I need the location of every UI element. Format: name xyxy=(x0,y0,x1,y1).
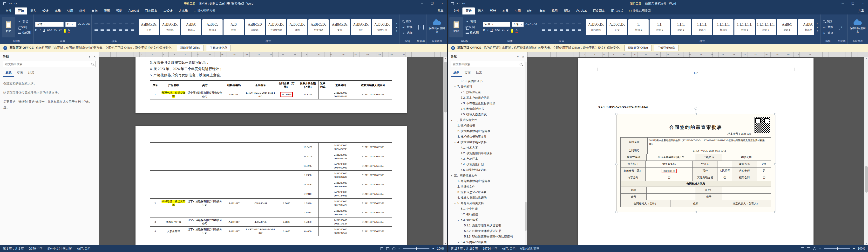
style-chip-无间隔[interactable]: AaBbCcDc无间隔 xyxy=(160,19,180,35)
nav-tab-结果[interactable]: 结果 xyxy=(26,69,37,77)
nav-outline-item[interactable]: 5.4.1. LHSY-WZGS-2024-MM-1042 xyxy=(449,245,527,245)
save-to-baidu-button[interactable]: 保存到百度网盘 xyxy=(849,21,866,33)
share-button[interactable]: 共享 xyxy=(858,9,864,15)
style-chip-标题 5[interactable]: 1.1.1.1.1.标题 5 xyxy=(713,19,734,35)
nav-outline-item[interactable]: 4. 投标人员廉洁承诺函 xyxy=(449,195,527,201)
copy-button[interactable]: 复制 xyxy=(465,25,479,29)
select-button[interactable]: ▻选择 xyxy=(401,31,413,35)
scroll-down-icon[interactable]: ▼ xyxy=(444,242,447,245)
word-count[interactable]: 0/379 个字 xyxy=(29,247,42,251)
vertical-scrollbar[interactable]: ▲ ▼ xyxy=(864,57,868,245)
increase-indent-button[interactable] xyxy=(117,21,123,27)
close-button[interactable]: × xyxy=(437,0,447,7)
increase-indent-button[interactable] xyxy=(565,21,570,27)
font-format-button-u[interactable]: U xyxy=(490,28,493,32)
horizontal-ruler[interactable]: 2468101214161820222426283032343638404244 xyxy=(527,52,868,57)
style-chip-副标题[interactable]: AaBbCcD副标题 xyxy=(245,19,265,35)
print-layout-icon[interactable] xyxy=(807,247,810,250)
resize-handle[interactable] xyxy=(615,163,618,165)
zoom-slider[interactable] xyxy=(403,248,429,249)
style-chip-标题 3[interactable]: 1.1.1.标题 3 xyxy=(671,19,691,35)
style-chip-引用[interactable]: AaBbCcDc引用 xyxy=(351,19,371,35)
selected-contract-image[interactable]: 合同签约的审查审批表 档案序号：2024-026 合同名称2024年衡水金鹏电缆… xyxy=(616,114,775,212)
tell-me-search[interactable]: 操作说明搜索 xyxy=(629,9,651,15)
zoom-slider-thumb[interactable] xyxy=(416,247,417,250)
ribbon-tab-表设计[interactable]: 表设计 xyxy=(160,7,176,15)
font-format-button-fc[interactable]: A xyxy=(68,29,70,33)
replace-button[interactable]: ab替换 xyxy=(401,25,413,29)
paste-button[interactable]: 粘贴 xyxy=(450,17,463,37)
ribbon-tab-表布局[interactable]: 表布局 xyxy=(176,7,191,15)
align-center-button[interactable] xyxy=(99,28,105,33)
scroll-up-icon[interactable]: ▲ xyxy=(444,57,447,60)
restore-button[interactable]: ❐ xyxy=(427,0,437,7)
shading-button[interactable] xyxy=(123,28,129,33)
show-marks-button[interactable] xyxy=(577,21,582,27)
nav-outline-item[interactable]: 2. 法律性文件 xyxy=(449,184,527,190)
chevron-down-icon[interactable]: ▾ xyxy=(457,241,460,244)
scrollbar-thumb[interactable] xyxy=(444,62,447,112)
font-format-button-sub[interactable]: x₂ xyxy=(54,28,57,32)
ribbon-tab-引用[interactable]: 引用 xyxy=(64,7,76,15)
align-right-button[interactable] xyxy=(105,28,111,33)
font-format-button-sup[interactable]: x² xyxy=(59,28,61,32)
font-format-button-fc[interactable]: A xyxy=(516,29,518,33)
vertical-scrollbar[interactable]: ▲ ▼ xyxy=(443,57,447,245)
resize-handle[interactable] xyxy=(774,113,776,115)
gallery-up-icon[interactable]: ▴ xyxy=(817,23,818,25)
style-chip-正文[interactable]: AaBbCcDc正文 xyxy=(138,19,159,35)
minimize-button[interactable]: ─ xyxy=(417,0,427,7)
style-chip-强调[interactable]: AaBbCcDc强调 xyxy=(287,19,307,35)
style-chip-标题 7[interactable]: 1.1.1.1.1.1.1.标题 7 xyxy=(756,19,776,35)
style-chip-四号宋体[interactable]: AaBbCcDc四号宋体 xyxy=(586,19,606,35)
nav-pane-close-icon[interactable]: ✕ xyxy=(522,55,524,58)
nav-scrollbar-thumb[interactable] xyxy=(525,202,527,231)
resize-handle[interactable] xyxy=(615,113,618,115)
ribbon-tab-审阅[interactable]: 审阅 xyxy=(89,7,101,15)
chevron-down-icon[interactable]: ▾ xyxy=(454,141,457,144)
zoom-level[interactable]: 100% xyxy=(437,247,444,250)
select-button[interactable]: ▻选择 xyxy=(822,31,834,35)
style-chip-明显强调[interactable]: AaBbCcDc明显强调 xyxy=(308,19,329,35)
chevron-down-icon[interactable]: ▾ xyxy=(457,219,460,221)
resize-handle[interactable] xyxy=(615,211,618,213)
replace-button[interactable]: ab替换 xyxy=(822,25,834,29)
ribbon-tab-Acrobat[interactable]: Acrobat xyxy=(573,7,590,15)
web-layout-icon[interactable] xyxy=(392,247,396,250)
sort-button[interactable] xyxy=(571,21,576,27)
nav-outline-item[interactable]: 3. 报装信息登记承诺表 xyxy=(449,190,527,195)
nav-outline-item[interactable]: 7.3. 不存在禁止投标的情形 xyxy=(449,101,527,106)
font-size-combo[interactable]: 11▾ xyxy=(65,22,76,27)
nav-outline-item[interactable]: 7.2. 基本存款账户信息 xyxy=(449,95,527,101)
track-changes-indicator[interactable]: 修订: 关闭 xyxy=(77,247,90,251)
ribbon-tab-插入[interactable]: 插入 xyxy=(475,7,487,15)
gallery-down-icon[interactable]: ▾ xyxy=(817,26,818,28)
web-layout-icon[interactable] xyxy=(813,247,816,250)
ribbon-tab-引用[interactable]: 引用 xyxy=(512,7,524,15)
style-chip-不明显强调[interactable]: AaBbCcDc不明显强调 xyxy=(266,19,286,35)
sort-button[interactable] xyxy=(123,21,129,27)
nav-pane-options-icon[interactable]: ▾ xyxy=(89,55,90,58)
cut-button[interactable]: ✂剪切 xyxy=(465,19,479,24)
zoom-in-icon[interactable]: + xyxy=(853,247,855,250)
nav-outline-item[interactable]: ▾4. 技术规格书确定资料 xyxy=(449,140,527,145)
accessibility-indicator[interactable]: 辅助功能: 调查 xyxy=(520,247,539,251)
close-button[interactable]: × xyxy=(858,0,868,7)
get-genuine-office-button[interactable]: 获取正版 Office xyxy=(624,45,651,51)
justify-button[interactable] xyxy=(112,28,117,33)
font-format-button-i[interactable]: I xyxy=(487,28,488,32)
nav-outline-item[interactable]: 5.1. 企业性质 xyxy=(449,206,527,212)
align-left-button[interactable] xyxy=(93,28,99,33)
ribbon-tab-设计[interactable]: 设计 xyxy=(39,7,52,15)
zoom-level[interactable]: 100% xyxy=(858,247,865,250)
font-format-button-hl[interactable]: A xyxy=(64,29,66,33)
style-chip-标题 4[interactable]: 1.1.1.1.标题 4 xyxy=(692,19,712,35)
gallery-up-icon[interactable]: ▴ xyxy=(396,23,397,25)
ribbon-tab-百度网盘[interactable]: 百度网盘 xyxy=(142,7,160,15)
nav-search-input[interactable] xyxy=(453,62,518,66)
style-chip-标题 1[interactable]: 1.标题 1 xyxy=(628,19,649,35)
nav-outline-item[interactable]: 6.10. 合同承诺书 xyxy=(449,79,527,84)
ribbon-tab-文件[interactable]: 文件 xyxy=(2,7,15,15)
print-layout-icon[interactable] xyxy=(386,247,390,250)
document-scroll-area[interactable]: 137 5.4.1. LHSY-WZGS-2024-MM-1042 xyxy=(527,57,868,245)
